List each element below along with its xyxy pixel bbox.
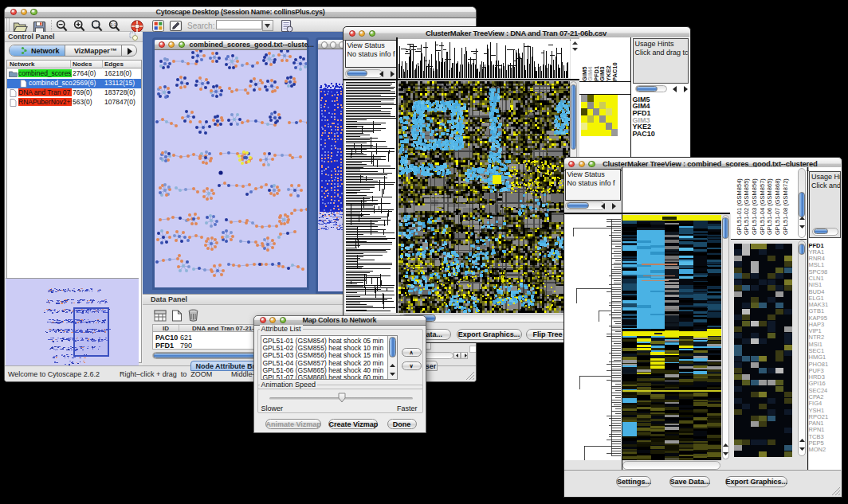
svg-text:1:1: 1:1	[110, 22, 116, 27]
